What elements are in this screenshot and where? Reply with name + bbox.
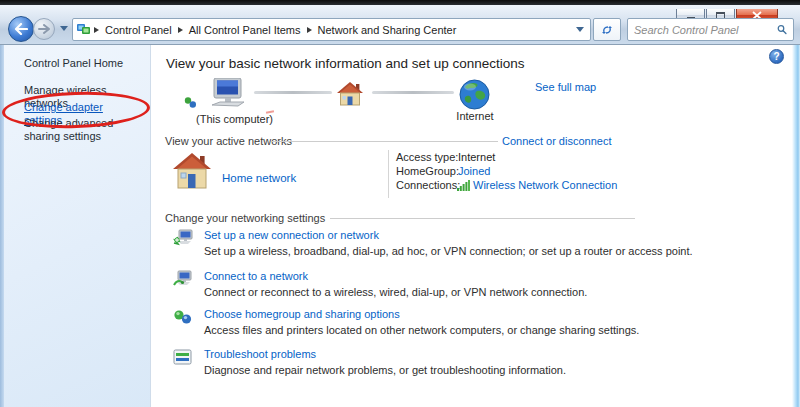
network-nodes-icon xyxy=(184,96,197,109)
access-type-value: Internet xyxy=(458,151,495,163)
search-icon[interactable] xyxy=(777,23,787,36)
map-connector-line xyxy=(372,91,454,94)
new-connection-icon xyxy=(173,229,193,247)
setup-new-connection-desc: Set up a wireless, broadband, dial-up, a… xyxy=(204,245,693,257)
this-computer-icon[interactable] xyxy=(208,78,248,110)
forward-arrow-icon xyxy=(38,24,50,34)
sidebar-item-control-panel-home[interactable]: Control Panel Home xyxy=(24,57,123,69)
internet-label: Internet xyxy=(455,110,495,122)
search-input[interactable] xyxy=(634,24,777,36)
title-bar: Control Panel All Control Panel Items Ne… xyxy=(0,5,800,45)
back-button[interactable] xyxy=(8,16,34,42)
this-computer-label: (This computer) xyxy=(196,113,273,125)
breadcrumb-item-control-panel[interactable]: Control Panel xyxy=(102,24,175,36)
troubleshoot-problems-desc: Diagnose and repair network problems, or… xyxy=(204,364,566,376)
section-rule xyxy=(330,218,635,219)
section-rule xyxy=(272,141,498,142)
troubleshoot-icon xyxy=(173,348,193,366)
breadcrumb-separator-icon xyxy=(307,27,312,33)
forward-button[interactable] xyxy=(33,18,55,40)
setup-new-connection-link[interactable]: Set up a new connection or network xyxy=(204,229,379,241)
network-sharing-center-window: Control Panel All Control Panel Items Ne… xyxy=(0,0,800,407)
help-icon[interactable]: ? xyxy=(769,49,784,64)
refresh-icon xyxy=(600,24,614,36)
access-type-label: Access type: xyxy=(396,151,458,163)
home-network-map-icon[interactable] xyxy=(336,81,364,107)
control-panel-icon xyxy=(77,23,91,36)
breadcrumb-item-all-items[interactable]: All Control Panel Items xyxy=(186,24,304,36)
breadcrumb-separator-icon xyxy=(178,27,183,33)
refresh-button[interactable] xyxy=(593,18,621,41)
recent-pages-dropdown-icon[interactable] xyxy=(60,26,68,31)
connect-to-network-link[interactable]: Connect to a network xyxy=(204,270,308,282)
see-full-map-link[interactable]: See full map xyxy=(535,81,596,93)
homegroup-options-icon xyxy=(173,308,193,326)
networking-settings-header: Change your networking settings xyxy=(165,212,325,224)
home-network-icon[interactable] xyxy=(172,152,212,190)
signal-strength-icon xyxy=(457,180,470,191)
homegroup-label: HomeGroup: xyxy=(396,165,459,177)
back-arrow-icon xyxy=(14,23,28,35)
breadcrumb-item-network-sharing[interactable]: Network and Sharing Center xyxy=(315,24,460,36)
address-bar[interactable]: Control Panel All Control Panel Items Ne… xyxy=(72,18,591,41)
sidebar-item-change-advanced-sharing-settings[interactable]: Change advanced sharing settings xyxy=(24,117,142,143)
homegroup-options-link[interactable]: Choose homegroup and sharing options xyxy=(204,308,400,320)
sidebar: Control Panel Home Manage wireless netwo… xyxy=(4,45,151,407)
address-dropdown-icon[interactable] xyxy=(576,27,584,32)
internet-globe-icon[interactable] xyxy=(459,79,490,110)
home-network-link[interactable]: Home network xyxy=(222,172,296,184)
search-box xyxy=(627,18,794,41)
troubleshoot-problems-link[interactable]: Troubleshoot problems xyxy=(204,348,316,360)
map-connector-line xyxy=(254,91,332,94)
navigation-bar: Control Panel All Control Panel Items Ne… xyxy=(8,18,792,42)
homegroup-options-desc: Access files and printers located on oth… xyxy=(204,324,639,336)
connect-or-disconnect-link[interactable]: Connect or disconnect xyxy=(502,135,611,147)
window-right-edge xyxy=(792,45,800,407)
breadcrumb-separator-icon xyxy=(94,27,99,33)
page-title: View your basic network information and … xyxy=(166,56,524,71)
wireless-network-connection-link[interactable]: Wireless Network Connection xyxy=(473,179,617,191)
connect-to-network-icon xyxy=(173,270,193,288)
connect-to-network-desc: Connect or reconnect to a wireless, wire… xyxy=(204,286,587,298)
details-divider xyxy=(388,150,389,198)
main-content: ? View your basic network information an… xyxy=(152,45,792,407)
connections-label: Connections: xyxy=(396,179,460,191)
homegroup-joined-link[interactable]: Joined xyxy=(458,165,490,177)
